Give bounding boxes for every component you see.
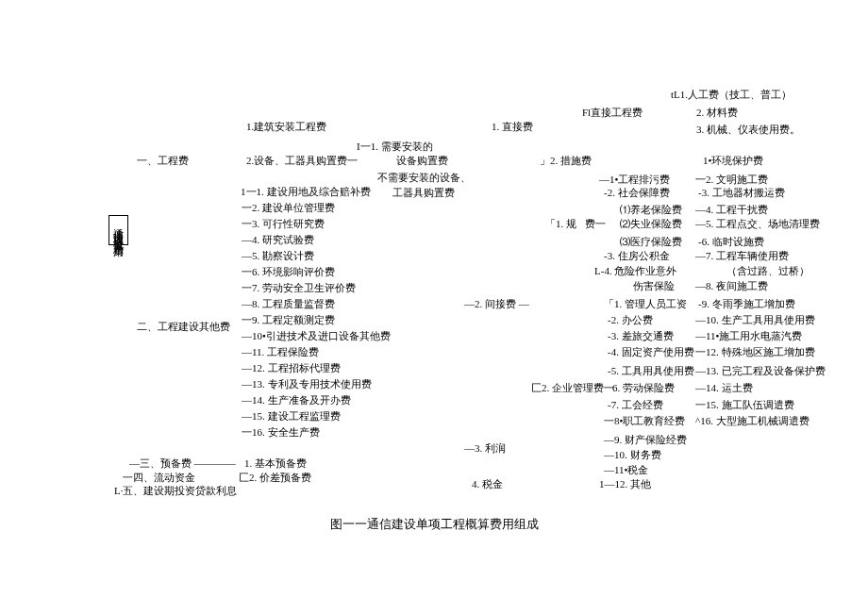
other-14: —14. 生产准备及开办费	[242, 393, 351, 407]
root-label: 通信建设项目概算总费用	[108, 215, 128, 245]
ent-1: 「1. 管理人员工资	[604, 297, 687, 311]
reg-3: -3. 住房公积金	[604, 249, 670, 263]
other-3: 一3. 可行性研究费	[242, 217, 325, 231]
install-3: —3. 利润	[464, 441, 506, 456]
other-5: —5. 勘察设计费	[242, 249, 314, 263]
ent-3: -3. 差旅交通费	[608, 329, 674, 343]
reg-4b: 伤害保险	[633, 279, 675, 293]
measure-2: -3. 工地器材搬运费	[698, 186, 785, 200]
l1-engineering: 一、工程费	[137, 154, 189, 168]
direct-1: Fl直接工程费	[582, 106, 643, 120]
eng-sub-2: 不需要安装的设备、	[377, 171, 471, 185]
l1-other: 二、工程建设其他费	[137, 320, 230, 334]
measure-11: 一12. 特殊地区施工增加费	[695, 345, 815, 359]
other-8: —8. 工程质量监督费	[242, 297, 335, 311]
measure-10: —11•施工用水电蒸汽费	[695, 329, 802, 343]
eng-install: 1.建筑安装工程费	[246, 120, 326, 134]
ent-12: 1—12. 其他	[599, 477, 651, 491]
measure-9: —10. 生产工具用具使用费	[695, 313, 815, 327]
install-1: 1. 直接费	[492, 120, 533, 134]
reg-2-2: ⑵失业保险费	[620, 217, 682, 231]
install-2: —2. 间接费 —	[464, 297, 529, 311]
indirect-1-pre: 「1. 规	[545, 217, 576, 231]
measure-13: —14. 运土费	[695, 381, 753, 395]
measure-8: -9. 冬雨季施工增加费	[698, 297, 795, 311]
ent-6: 6. 劳动保险费	[612, 381, 675, 395]
eng-equipment: 2.设备、工器具购置费一	[246, 154, 358, 168]
eng-sub-3: 工器具购置费	[392, 186, 455, 200]
ent-2: -2. 办公费	[608, 313, 653, 327]
ent-9: —9. 财产保险经费	[604, 433, 687, 447]
other-16: 一16. 安全生产费	[242, 425, 320, 440]
reg-4: L-4. 危险作业意外	[594, 264, 676, 278]
l1-loan: L·五、建设期投资贷款利息	[114, 484, 237, 498]
ent-11: —11•税金	[604, 463, 648, 477]
measure-7: —8. 夜间施工费	[695, 279, 768, 293]
reg-1: —1•工程排污费	[599, 173, 670, 187]
other-12: —12. 工程招标代理费	[242, 361, 341, 375]
measure-14: 一15. 施工队伍调遣费	[695, 398, 794, 412]
reserve-2: 匚2. 价差预备费	[239, 471, 311, 485]
ent-7: -7. 工会经费	[608, 398, 663, 412]
ent-5: -5. 工具用具使用费	[608, 364, 694, 378]
measure-3: —4. 工程干扰费	[695, 203, 768, 217]
other-2: 一2. 建设单位管理费	[242, 201, 335, 215]
ent-10: —10. 财务费	[604, 448, 661, 462]
measure-12: —13. 已完工程及设备保护费	[695, 364, 826, 378]
de-3: 3. 机械、仪表使用费。	[696, 123, 800, 137]
other-11: —11. 工程保险费	[242, 345, 319, 359]
de-2: 2. 材料费	[696, 106, 738, 120]
eng-sub-intro: I一1. 需要安装的	[357, 140, 433, 154]
other-1: 1一1. 建设用地及综合赔补费	[241, 185, 371, 199]
install-4: 4. 税金	[472, 477, 503, 491]
eng-sub-1: 设备购置费	[396, 154, 448, 168]
measure-5: -6. 临时设施费	[698, 235, 764, 249]
reg-2-3: ⑶医疗保险费	[620, 235, 682, 249]
de-1: tL1.人工费（技工、普工）	[671, 88, 792, 102]
measure-6b: （含过路、过桥）	[726, 264, 810, 278]
indirect-1: 费一	[585, 217, 606, 231]
other-13: —13. 专利及专用技术使用费	[242, 377, 372, 391]
reserve-1: 1. 基本预备费	[244, 456, 307, 471]
ent-4: -4. 固定资产使用费	[608, 345, 694, 359]
indirect-2: 匚2. 企业管理费一	[531, 381, 614, 395]
other-6: 一6. 环境影响评价费	[242, 265, 335, 279]
l1-liquid: 一四、流动资金	[123, 471, 195, 485]
ent-8: 一8•职工教育经费	[604, 414, 685, 428]
other-9: 一9. 工程定额测定费	[242, 313, 335, 327]
measure-15: ^16. 大型施工机械调遣费	[695, 414, 810, 428]
other-15: —15. 建设工程监理费	[242, 409, 341, 423]
measure-header: 1•环境保护费	[703, 154, 763, 168]
l1-reserve: —三、预备费 ————	[129, 456, 236, 471]
figure-caption: 图一一通信建设单项工程概算费用组成	[330, 516, 539, 533]
direct-2: 」2. 措施费	[540, 154, 592, 168]
other-4: —4. 研究试验费	[242, 233, 314, 247]
measure-4: —5. 工程点交、场地清理费	[695, 217, 820, 231]
measure-1: 一2. 文明施工费	[695, 173, 768, 187]
reg-2: -2. 社会保障费	[604, 186, 670, 200]
reg-2-1: ⑴养老保险费	[620, 203, 682, 217]
measure-6: —7. 工程车辆使用费	[695, 249, 789, 263]
other-10: —10•引进技术及进口设备其他费	[242, 329, 391, 343]
other-7: 一7. 劳动安全卫生评价费	[242, 281, 356, 295]
